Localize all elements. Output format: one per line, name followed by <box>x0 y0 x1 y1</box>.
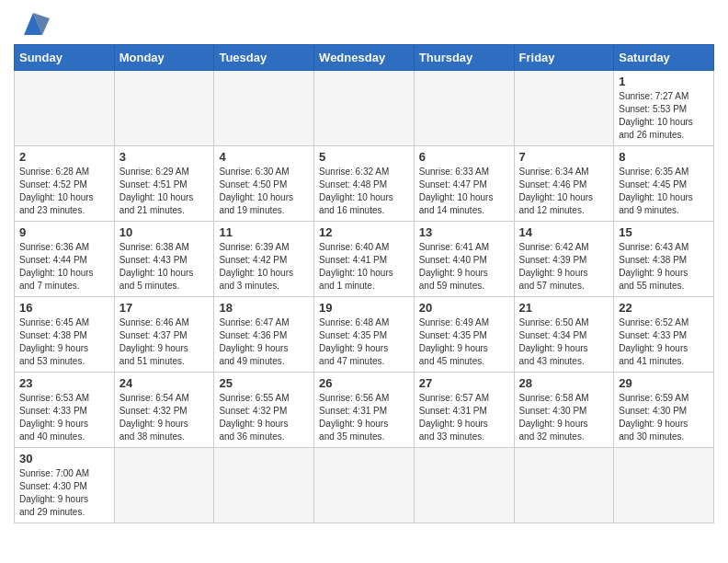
day-of-week-header: Sunday <box>15 45 115 71</box>
calendar-day-cell: 22Sunrise: 6:52 AM Sunset: 4:33 PM Dayli… <box>614 297 714 373</box>
day-number: 27 <box>419 376 509 390</box>
calendar-day-cell: 8Sunrise: 6:35 AM Sunset: 4:45 PM Daylig… <box>614 146 714 222</box>
header <box>14 9 714 37</box>
day-number: 11 <box>219 225 309 239</box>
calendar-week-row: 2Sunrise: 6:28 AM Sunset: 4:52 PM Daylig… <box>15 146 714 222</box>
calendar-day-cell: 11Sunrise: 6:39 AM Sunset: 4:42 PM Dayli… <box>214 222 314 297</box>
day-info: Sunrise: 6:29 AM Sunset: 4:51 PM Dayligh… <box>119 166 210 217</box>
day-number: 3 <box>119 150 210 164</box>
calendar-week-row: 30Sunrise: 7:00 AM Sunset: 4:30 PM Dayli… <box>15 448 714 523</box>
day-number: 7 <box>519 150 609 164</box>
day-info: Sunrise: 6:33 AM Sunset: 4:47 PM Dayligh… <box>419 166 509 217</box>
calendar-day-cell: 24Sunrise: 6:54 AM Sunset: 4:32 PM Dayli… <box>114 373 214 448</box>
calendar-day-cell: 15Sunrise: 6:43 AM Sunset: 4:38 PM Dayli… <box>614 222 714 297</box>
calendar-day-cell: 30Sunrise: 7:00 AM Sunset: 4:30 PM Dayli… <box>15 448 115 523</box>
day-info: Sunrise: 6:38 AM Sunset: 4:43 PM Dayligh… <box>119 241 210 293</box>
calendar-day-cell: 4Sunrise: 6:30 AM Sunset: 4:50 PM Daylig… <box>214 146 314 222</box>
calendar-day-cell <box>214 448 314 523</box>
calendar-table: SundayMondayTuesdayWednesdayThursdayFrid… <box>14 44 714 523</box>
day-number: 2 <box>19 150 109 164</box>
logo <box>14 9 50 37</box>
calendar-week-row: 23Sunrise: 6:53 AM Sunset: 4:33 PM Dayli… <box>15 373 714 448</box>
calendar-day-cell: 16Sunrise: 6:45 AM Sunset: 4:38 PM Dayli… <box>15 297 115 373</box>
day-number: 25 <box>219 376 309 390</box>
calendar-day-cell: 12Sunrise: 6:40 AM Sunset: 4:41 PM Dayli… <box>314 222 415 297</box>
day-info: Sunrise: 6:28 AM Sunset: 4:52 PM Dayligh… <box>19 166 109 217</box>
calendar-day-cell <box>15 71 115 146</box>
day-info: Sunrise: 6:46 AM Sunset: 4:37 PM Dayligh… <box>119 316 210 368</box>
calendar-day-cell: 25Sunrise: 6:55 AM Sunset: 4:32 PM Dayli… <box>214 373 314 448</box>
day-number: 30 <box>19 452 109 465</box>
day-of-week-header: Monday <box>114 45 214 71</box>
header-row: SundayMondayTuesdayWednesdayThursdayFrid… <box>15 45 714 71</box>
calendar-day-cell: 1Sunrise: 7:27 AM Sunset: 5:53 PM Daylig… <box>614 71 714 146</box>
calendar-week-row: 1Sunrise: 7:27 AM Sunset: 5:53 PM Daylig… <box>15 71 714 146</box>
day-number: 29 <box>619 376 709 390</box>
day-info: Sunrise: 6:43 AM Sunset: 4:38 PM Dayligh… <box>619 241 709 293</box>
day-of-week-header: Wednesday <box>314 45 415 71</box>
day-info: Sunrise: 6:30 AM Sunset: 4:50 PM Dayligh… <box>219 166 309 217</box>
calendar-day-cell: 26Sunrise: 6:56 AM Sunset: 4:31 PM Dayli… <box>314 373 415 448</box>
day-info: Sunrise: 6:59 AM Sunset: 4:30 PM Dayligh… <box>619 392 709 443</box>
calendar-day-cell: 2Sunrise: 6:28 AM Sunset: 4:52 PM Daylig… <box>15 146 115 222</box>
day-number: 28 <box>519 376 609 390</box>
day-info: Sunrise: 6:45 AM Sunset: 4:38 PM Dayligh… <box>19 316 109 368</box>
calendar-day-cell <box>214 71 314 146</box>
calendar-day-cell: 28Sunrise: 6:58 AM Sunset: 4:30 PM Dayli… <box>514 373 614 448</box>
calendar-day-cell <box>114 71 214 146</box>
day-number: 13 <box>419 225 509 239</box>
day-number: 9 <box>19 225 109 239</box>
calendar-day-cell <box>414 71 514 146</box>
day-number: 23 <box>19 376 109 390</box>
calendar-day-cell: 14Sunrise: 6:42 AM Sunset: 4:39 PM Dayli… <box>514 222 614 297</box>
day-info: Sunrise: 6:52 AM Sunset: 4:33 PM Dayligh… <box>619 316 709 368</box>
calendar-day-cell: 7Sunrise: 6:34 AM Sunset: 4:46 PM Daylig… <box>514 146 614 222</box>
calendar-day-cell: 18Sunrise: 6:47 AM Sunset: 4:36 PM Dayli… <box>214 297 314 373</box>
day-number: 24 <box>119 376 210 390</box>
day-number: 15 <box>619 225 709 239</box>
day-info: Sunrise: 6:57 AM Sunset: 4:31 PM Dayligh… <box>419 392 509 443</box>
calendar-day-cell <box>114 448 214 523</box>
day-number: 1 <box>619 75 709 88</box>
day-info: Sunrise: 6:40 AM Sunset: 4:41 PM Dayligh… <box>319 241 409 293</box>
day-info: Sunrise: 6:56 AM Sunset: 4:31 PM Dayligh… <box>319 392 409 443</box>
day-info: Sunrise: 6:42 AM Sunset: 4:39 PM Dayligh… <box>519 241 609 293</box>
calendar-day-cell <box>314 71 415 146</box>
calendar-week-row: 9Sunrise: 6:36 AM Sunset: 4:44 PM Daylig… <box>15 222 714 297</box>
day-info: Sunrise: 7:00 AM Sunset: 4:30 PM Dayligh… <box>19 467 109 519</box>
day-of-week-header: Friday <box>514 45 614 71</box>
calendar-day-cell: 13Sunrise: 6:41 AM Sunset: 4:40 PM Dayli… <box>414 222 514 297</box>
calendar-week-row: 16Sunrise: 6:45 AM Sunset: 4:38 PM Dayli… <box>15 297 714 373</box>
day-info: Sunrise: 7:27 AM Sunset: 5:53 PM Dayligh… <box>619 90 709 142</box>
calendar-day-cell: 3Sunrise: 6:29 AM Sunset: 4:51 PM Daylig… <box>114 146 214 222</box>
day-number: 10 <box>119 225 210 239</box>
day-info: Sunrise: 6:49 AM Sunset: 4:35 PM Dayligh… <box>419 316 509 368</box>
day-info: Sunrise: 6:50 AM Sunset: 4:34 PM Dayligh… <box>519 316 609 368</box>
day-info: Sunrise: 6:41 AM Sunset: 4:40 PM Dayligh… <box>419 241 509 293</box>
day-number: 17 <box>119 301 210 315</box>
day-number: 6 <box>419 150 509 164</box>
calendar-day-cell: 10Sunrise: 6:38 AM Sunset: 4:43 PM Dayli… <box>114 222 214 297</box>
calendar-day-cell <box>514 448 614 523</box>
day-number: 14 <box>519 225 609 239</box>
logo-icon <box>17 9 50 37</box>
day-number: 12 <box>319 225 409 239</box>
day-number: 22 <box>619 301 709 315</box>
day-number: 20 <box>419 301 509 315</box>
page: SundayMondayTuesdayWednesdayThursdayFrid… <box>0 0 728 537</box>
day-info: Sunrise: 6:48 AM Sunset: 4:35 PM Dayligh… <box>319 316 409 368</box>
calendar-day-cell <box>514 71 614 146</box>
calendar-day-cell: 19Sunrise: 6:48 AM Sunset: 4:35 PM Dayli… <box>314 297 415 373</box>
calendar-day-cell <box>314 448 415 523</box>
calendar-day-cell: 9Sunrise: 6:36 AM Sunset: 4:44 PM Daylig… <box>15 222 115 297</box>
day-number: 4 <box>219 150 309 164</box>
day-number: 21 <box>519 301 609 315</box>
calendar-day-cell: 29Sunrise: 6:59 AM Sunset: 4:30 PM Dayli… <box>614 373 714 448</box>
day-info: Sunrise: 6:34 AM Sunset: 4:46 PM Dayligh… <box>519 166 609 217</box>
day-info: Sunrise: 6:36 AM Sunset: 4:44 PM Dayligh… <box>19 241 109 293</box>
day-info: Sunrise: 6:53 AM Sunset: 4:33 PM Dayligh… <box>19 392 109 443</box>
calendar-day-cell: 17Sunrise: 6:46 AM Sunset: 4:37 PM Dayli… <box>114 297 214 373</box>
day-number: 5 <box>319 150 409 164</box>
calendar-day-cell: 23Sunrise: 6:53 AM Sunset: 4:33 PM Dayli… <box>15 373 115 448</box>
calendar-day-cell: 5Sunrise: 6:32 AM Sunset: 4:48 PM Daylig… <box>314 146 415 222</box>
